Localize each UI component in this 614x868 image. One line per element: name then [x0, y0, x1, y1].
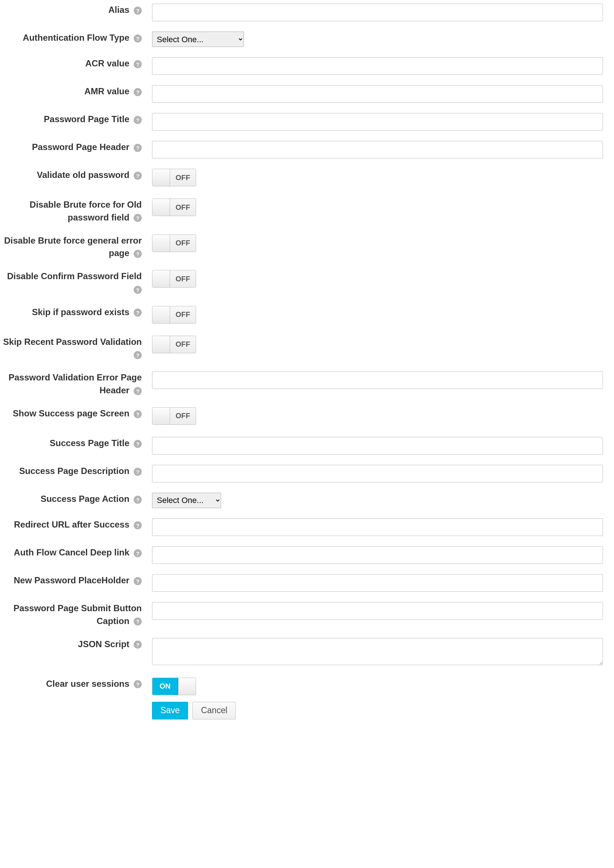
help-icon[interactable]: ? — [134, 6, 142, 15]
label-password-page-submit-caption-text: Password Page Submit Button Caption — [14, 603, 142, 626]
help-icon[interactable]: ? — [134, 60, 142, 68]
help-icon[interactable]: ? — [134, 410, 142, 418]
row-password-validation-error-header: Password Validation Error Page Header ? — [0, 367, 614, 401]
password-page-header-input[interactable] — [152, 141, 603, 158]
toggle-state: OFF — [170, 199, 196, 216]
acr-value-input[interactable] — [152, 57, 603, 75]
row-show-success-page-screen: Show Success page Screen ? OFF — [0, 403, 614, 430]
svg-text:?: ? — [136, 468, 139, 475]
disable-confirm-password-toggle[interactable]: OFF — [152, 270, 196, 288]
save-button[interactable]: Save — [152, 702, 188, 719]
toggle-state: OFF — [170, 270, 196, 287]
help-icon[interactable]: ? — [134, 617, 142, 626]
help-icon[interactable]: ? — [134, 214, 142, 222]
row-disable-confirm-password: Disable Confirm Password Field ? OFF — [0, 267, 614, 299]
label-skip-recent-password-validation: Skip Recent Password Validation ? — [0, 336, 152, 361]
label-disable-bruteforce-old: Disable Brute force for Old password fie… — [0, 198, 152, 224]
help-icon[interactable]: ? — [134, 172, 142, 180]
svg-text:?: ? — [136, 440, 139, 447]
help-icon[interactable]: ? — [134, 521, 142, 529]
success-page-title-input[interactable] — [152, 437, 603, 454]
label-password-validation-error-header: Password Validation Error Page Header ? — [0, 371, 152, 397]
skip-recent-password-validation-toggle[interactable]: OFF — [152, 336, 196, 353]
svg-text:?: ? — [136, 522, 139, 528]
alias-input[interactable] — [152, 4, 603, 21]
row-validate-old-password: Validate old password ? OFF — [0, 165, 614, 192]
label-password-validation-error-header-text: Password Validation Error Page Header — [8, 372, 142, 395]
help-icon[interactable]: ? — [134, 680, 142, 688]
redirect-url-after-success-input[interactable] — [152, 518, 603, 536]
help-icon[interactable]: ? — [134, 577, 142, 585]
help-icon[interactable]: ? — [134, 308, 142, 316]
validate-old-password-toggle[interactable]: OFF — [152, 169, 196, 186]
help-icon[interactable]: ? — [134, 640, 142, 649]
toggle-handle — [152, 235, 170, 252]
success-page-description-input[interactable] — [152, 465, 603, 482]
clear-user-sessions-toggle[interactable]: ON — [152, 677, 196, 695]
svg-text:?: ? — [136, 35, 139, 42]
help-icon[interactable]: ? — [134, 116, 142, 124]
auth-flow-cancel-deeplink-input[interactable] — [152, 546, 603, 564]
help-icon[interactable]: ? — [134, 144, 142, 152]
label-disable-confirm-password: Disable Confirm Password Field ? — [0, 270, 152, 296]
svg-text:?: ? — [136, 618, 139, 625]
row-skip-if-password-exists: Skip if password exists ? OFF — [0, 302, 614, 329]
row-disable-bruteforce-old: Disable Brute force for Old password fie… — [0, 195, 614, 228]
svg-text:?: ? — [136, 310, 139, 316]
svg-text:?: ? — [136, 642, 139, 648]
cancel-button[interactable]: Cancel — [193, 702, 236, 719]
label-password-page-title: Password Page Title ? — [0, 113, 152, 126]
svg-text:?: ? — [136, 388, 139, 394]
label-clear-user-sessions-text: Clear user sessions — [46, 679, 130, 688]
amr-value-input[interactable] — [152, 85, 603, 103]
disable-bruteforce-general-toggle[interactable]: OFF — [152, 234, 196, 252]
auth-flow-type-select[interactable]: Select One... — [152, 31, 244, 47]
label-show-success-page-screen-text: Show Success page Screen — [13, 408, 129, 418]
password-validation-error-header-input[interactable] — [152, 371, 603, 389]
label-disable-bruteforce-general-text: Disable Brute force general error page — [4, 236, 142, 258]
row-redirect-url-after-success: Redirect URL after Success ? — [0, 515, 614, 539]
new-password-placeholder-input[interactable] — [152, 574, 603, 592]
help-icon[interactable]: ? — [134, 549, 142, 557]
help-icon[interactable]: ? — [134, 440, 142, 448]
help-icon[interactable]: ? — [134, 286, 142, 294]
help-icon[interactable]: ? — [134, 496, 142, 504]
success-page-action-select[interactable]: Select One... — [152, 493, 221, 508]
help-icon[interactable]: ? — [134, 88, 142, 96]
form-container: Alias ? Authentication Flow Type ? Selec… — [0, 0, 614, 723]
toggle-state: OFF — [170, 336, 196, 353]
label-disable-confirm-password-text: Disable Confirm Password Field — [7, 271, 142, 281]
toggle-handle — [152, 336, 170, 353]
help-icon[interactable]: ? — [134, 351, 142, 359]
toggle-state: ON — [152, 678, 178, 695]
help-icon[interactable]: ? — [134, 468, 142, 476]
label-new-password-placeholder: New Password PlaceHolder ? — [0, 574, 152, 587]
svg-text:?: ? — [136, 117, 139, 123]
password-page-title-input[interactable] — [152, 113, 603, 130]
toggle-state: OFF — [170, 169, 196, 186]
svg-text:?: ? — [136, 411, 139, 417]
label-json-script-text: JSON Script — [78, 639, 129, 649]
password-page-submit-caption-input[interactable] — [152, 602, 603, 620]
label-success-page-action-text: Success Page Action — [40, 494, 129, 504]
label-json-script: JSON Script ? — [0, 638, 152, 651]
row-new-password-placeholder: New Password PlaceHolder ? — [0, 570, 614, 595]
row-alias: Alias ? — [0, 0, 614, 25]
svg-text:?: ? — [136, 144, 139, 151]
svg-text:?: ? — [136, 496, 139, 502]
button-row: Save Cancel — [152, 702, 603, 719]
help-icon[interactable]: ? — [134, 387, 142, 395]
show-success-page-screen-toggle[interactable]: OFF — [152, 407, 196, 425]
json-script-textarea[interactable] — [152, 638, 603, 665]
toggle-handle — [152, 199, 170, 216]
disable-bruteforce-old-toggle[interactable]: OFF — [152, 198, 196, 216]
skip-if-password-exists-toggle[interactable]: OFF — [152, 306, 196, 324]
label-password-page-header-text: Password Page Header — [32, 142, 129, 152]
label-validate-old-password-text: Validate old password — [37, 170, 129, 180]
label-show-success-page-screen: Show Success page Screen ? — [0, 407, 152, 420]
label-password-page-header: Password Page Header ? — [0, 141, 152, 154]
help-icon[interactable]: ? — [134, 250, 142, 258]
label-clear-user-sessions: Clear user sessions ? — [0, 677, 152, 690]
help-icon[interactable]: ? — [134, 34, 142, 43]
toggle-handle — [152, 306, 170, 323]
